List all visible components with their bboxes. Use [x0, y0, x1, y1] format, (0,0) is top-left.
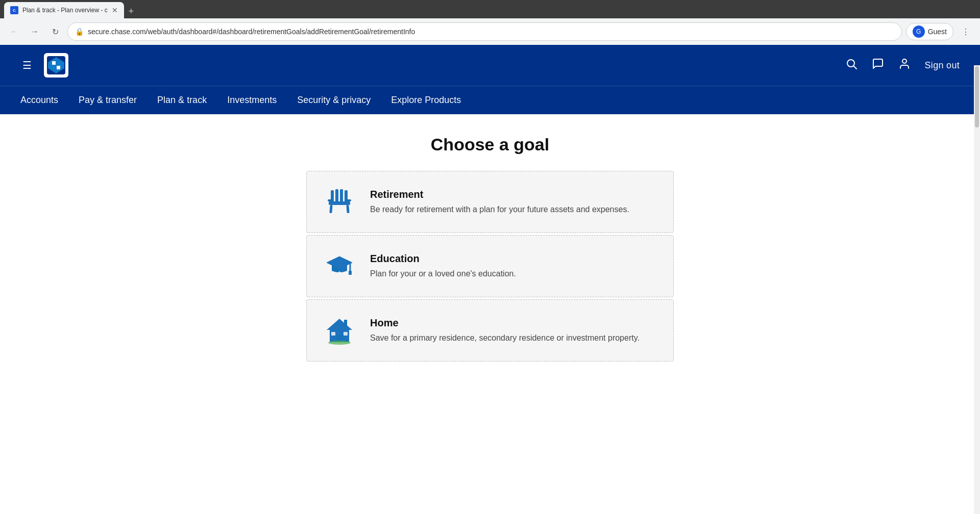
svg-rect-15 [329, 201, 350, 205]
nav-plan-track[interactable]: Plan & track [147, 86, 217, 115]
tab-label: Plan & track - Plan overview - c [22, 7, 108, 14]
address-bar[interactable]: 🔒 secure.chase.com/web/auth/dashboard#/d… [67, 22, 902, 41]
svg-point-10 [902, 59, 906, 63]
home-description: Save for a primary residence, secondary … [370, 332, 657, 344]
goal-cards-container: Retirement Be ready for retirement with … [296, 171, 684, 362]
education-title: Education [370, 253, 657, 265]
svg-marker-20 [327, 256, 352, 269]
account-button[interactable] [898, 58, 911, 73]
profile-label: Guest [928, 28, 947, 36]
retirement-card-content: Retirement Be ready for retirement with … [370, 189, 657, 215]
active-tab[interactable]: C Plan & track - Plan overview - c ✕ [4, 2, 124, 18]
education-card-content: Education Plan for your or a loved one's… [370, 253, 657, 279]
home-icon [323, 314, 356, 347]
hamburger-menu-button[interactable]: ☰ [20, 57, 34, 73]
search-icon [845, 58, 857, 73]
home-goal-card[interactable]: Home Save for a primary residence, secon… [306, 299, 674, 362]
svg-rect-12 [335, 189, 338, 203]
tab-favicon: C [10, 6, 18, 14]
lock-icon: 🔒 [75, 28, 84, 36]
tab-close-button[interactable]: ✕ [112, 7, 118, 14]
browser-chrome: C Plan & track - Plan overview - c ✕ + ←… [0, 0, 980, 45]
extensions-button[interactable]: ⋮ [958, 23, 974, 40]
education-description: Plan for your or a loved one's education… [370, 268, 657, 279]
search-button[interactable] [845, 58, 857, 73]
messages-button[interactable] [872, 58, 884, 73]
svg-rect-23 [349, 271, 352, 275]
svg-rect-7 [52, 66, 56, 69]
hamburger-icon: ☰ [22, 59, 32, 71]
svg-line-9 [854, 66, 856, 69]
svg-rect-18 [329, 205, 332, 213]
chase-logo [44, 53, 68, 78]
chase-logo-svg [47, 56, 65, 74]
chase-app: ☰ [0, 45, 980, 420]
chase-header: ☰ [0, 45, 980, 86]
svg-text:C: C [13, 8, 16, 13]
svg-rect-5 [57, 66, 60, 69]
svg-rect-29 [344, 320, 347, 327]
main-content: Choose a goal [0, 114, 980, 420]
back-button[interactable]: ← [6, 23, 22, 40]
header-right: Sign out [845, 58, 960, 73]
retirement-icon [323, 186, 356, 218]
sign-out-label: Sign out [925, 60, 960, 70]
browser-toolbar: ← → ↻ 🔒 secure.chase.com/web/auth/dashbo… [0, 18, 980, 45]
svg-rect-17 [346, 199, 351, 201]
account-icon [898, 58, 911, 73]
sign-out-button[interactable]: Sign out [925, 60, 960, 71]
retirement-description: Be ready for retirement with a plan for … [370, 203, 657, 215]
home-title: Home [370, 317, 657, 329]
education-goal-card[interactable]: Education Plan for your or a loved one's… [306, 235, 674, 297]
header-left: ☰ [20, 53, 68, 78]
chase-navigation: Accounts Pay & transfer Plan & track Inv… [0, 86, 980, 114]
svg-rect-6 [57, 61, 60, 65]
reload-button[interactable]: ↻ [47, 23, 63, 40]
nav-pay-transfer[interactable]: Pay & transfer [68, 86, 147, 115]
svg-rect-27 [331, 332, 335, 336]
svg-rect-19 [346, 205, 349, 213]
retirement-goal-card[interactable]: Retirement Be ready for retirement with … [306, 171, 674, 233]
svg-point-8 [847, 60, 854, 67]
profile-button[interactable]: G Guest [906, 23, 953, 40]
scrollbar-thumb[interactable] [975, 66, 979, 127]
url-text: secure.chase.com/web/auth/dashboard#/das… [88, 28, 894, 36]
svg-rect-4 [52, 61, 56, 65]
retirement-title: Retirement [370, 189, 657, 200]
svg-rect-28 [344, 332, 348, 336]
svg-marker-24 [327, 319, 352, 330]
svg-rect-13 [340, 189, 343, 203]
svg-rect-16 [328, 199, 333, 201]
education-icon [323, 250, 356, 282]
profile-icon: G [913, 25, 925, 38]
svg-point-30 [328, 341, 351, 345]
home-card-content: Home Save for a primary residence, secon… [370, 317, 657, 344]
nav-accounts[interactable]: Accounts [20, 86, 68, 115]
nav-investments[interactable]: Investments [217, 86, 287, 115]
nav-security-privacy[interactable]: Security & privacy [287, 86, 381, 115]
page-title: Choose a goal [0, 135, 980, 155]
nav-explore-products[interactable]: Explore Products [381, 86, 471, 115]
scrollbar[interactable] [974, 65, 980, 420]
new-tab-button[interactable]: + [124, 4, 138, 18]
message-icon [872, 58, 884, 73]
tab-bar: C Plan & track - Plan overview - c ✕ + [0, 0, 980, 18]
forward-button[interactable]: → [27, 23, 43, 40]
